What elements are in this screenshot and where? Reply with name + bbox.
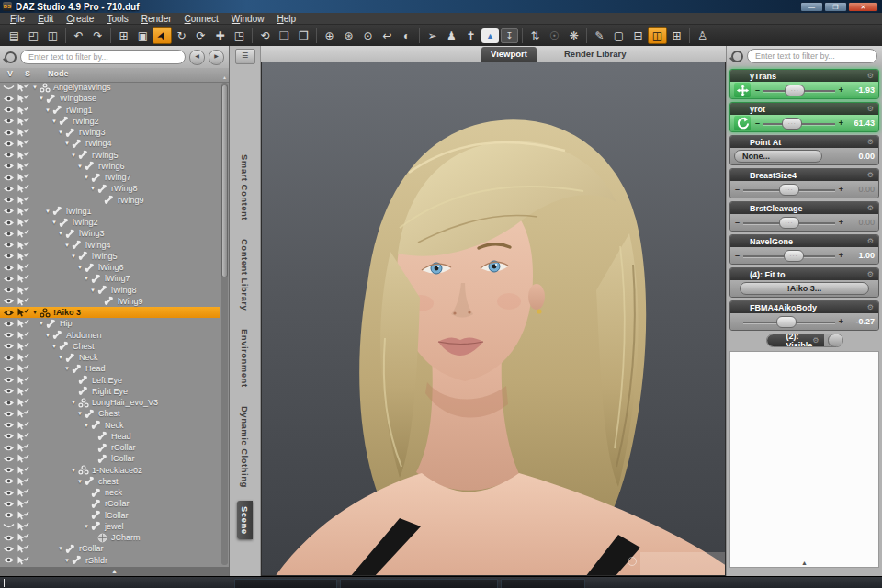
visibility-eye-icon[interactable] (0, 556, 17, 564)
taskbar-button[interactable] (340, 579, 498, 588)
visibility-eye-icon[interactable] (0, 151, 17, 159)
camera-add-icon[interactable]: ⊕ (320, 27, 339, 44)
tree-row[interactable]: ▼AngelynaWings (0, 82, 220, 93)
tree-row[interactable]: ▼lWing4 (0, 240, 220, 251)
camera-settings-icon[interactable]: ⊛ (339, 27, 358, 44)
expand-arrow[interactable]: ▼ (77, 479, 85, 484)
expand-arrow[interactable]: ▼ (77, 411, 85, 416)
visibility-eye-icon[interactable] (0, 489, 17, 497)
selectability-icon[interactable] (17, 229, 32, 238)
pane-split-v-icon[interactable]: ◫ (648, 27, 667, 44)
visibility-eye-icon[interactable] (0, 365, 17, 373)
expand-arrow[interactable]: ▼ (90, 186, 97, 191)
tree-row[interactable]: Head (0, 431, 220, 442)
scale-tool-icon[interactable]: ◳ (230, 27, 249, 44)
expand-arrow[interactable]: ▼ (77, 265, 85, 270)
pane-single-icon[interactable]: ▢ (609, 27, 628, 44)
tree-row[interactable]: lWing9 (0, 296, 220, 307)
tree-row[interactable]: ▼lWing5 (0, 251, 220, 262)
slider-thumb[interactable]: ··· (776, 316, 797, 328)
scroll-up-icon[interactable]: ▲ (221, 74, 228, 80)
visibility-eye-icon[interactable] (0, 500, 17, 508)
tree-row[interactable]: ▼rWing7 (0, 172, 220, 183)
selectability-icon[interactable] (17, 398, 32, 407)
expand-arrow[interactable]: ▼ (84, 423, 91, 428)
selectability-icon[interactable] (17, 488, 32, 497)
save-icon[interactable]: ◫ (43, 27, 62, 44)
param-value[interactable]: 61.43 (847, 119, 875, 128)
undo-icon[interactable]: ↶ (69, 27, 88, 44)
visibility-eye-icon[interactable] (0, 241, 17, 249)
tree-row[interactable]: ▼rWing2 (0, 116, 220, 127)
param-card-header[interactable]: FBMA4AikoBody⚙ (730, 301, 878, 313)
selectability-icon[interactable] (17, 454, 32, 463)
tab-environment[interactable]: Environment (237, 323, 253, 393)
tree-row[interactable]: Right Eye (0, 386, 220, 397)
taskbar-button[interactable] (501, 579, 585, 588)
visibility-eye-icon[interactable] (0, 320, 17, 328)
tab-content-library[interactable]: Content Library (237, 233, 253, 316)
visibility-eye-icon[interactable] (0, 309, 17, 317)
slider-track[interactable]: ··· (743, 250, 835, 262)
selectability-icon[interactable] (17, 544, 32, 553)
tree-row[interactable]: ▼rWing5 (0, 150, 220, 161)
point-at-none-button[interactable]: None... (734, 150, 822, 163)
selectability-icon[interactable] (17, 308, 32, 317)
filter-forward-button[interactable]: ▶ (209, 50, 224, 65)
tab-render-library[interactable]: Render Library (555, 47, 636, 62)
tree-row[interactable]: ▼lWing7 (0, 273, 220, 284)
taskbar-button[interactable] (234, 579, 337, 588)
tree-row[interactable]: ▼Abdomen (0, 330, 220, 341)
gear-icon[interactable]: ⚙ (867, 138, 874, 146)
selectability-icon[interactable] (17, 477, 32, 486)
visibility-eye-icon[interactable] (0, 376, 17, 384)
rotate-tool-icon[interactable]: ↻ (172, 27, 191, 44)
selectability-icon[interactable] (17, 421, 32, 430)
gear-icon[interactable]: ⚙ (867, 237, 874, 245)
selectability-icon[interactable] (17, 117, 32, 126)
selectability-icon[interactable] (17, 364, 32, 373)
nudge-minus-button[interactable]: – (734, 251, 741, 260)
visibility-eye-icon[interactable] (0, 207, 17, 215)
selectability-icon[interactable] (17, 83, 32, 92)
slider-thumb[interactable]: ··· (779, 184, 799, 196)
expand-arrow[interactable]: ▼ (51, 344, 59, 349)
expand-arrow[interactable]: ▼ (58, 546, 65, 551)
joint-editor-icon[interactable]: ✝ (461, 27, 481, 44)
visibility-eye-icon[interactable] (0, 117, 17, 125)
selectability-icon[interactable] (17, 387, 32, 396)
expand-arrow[interactable]: ▼ (45, 107, 52, 113)
param-card-header[interactable]: (4): Fit to⚙ (730, 268, 878, 280)
visibility-eye-icon[interactable] (0, 275, 17, 283)
slider-thumb[interactable]: ··· (782, 118, 802, 130)
slider-track[interactable]: ··· (763, 118, 835, 130)
expand-arrow[interactable]: ▼ (84, 276, 91, 281)
tree-row[interactable]: ▼Head (0, 363, 220, 374)
expand-arrow[interactable]: ▼ (58, 231, 65, 236)
taskbar[interactable] (0, 576, 882, 588)
slider-track[interactable]: ··· (743, 316, 835, 328)
visibility-eye-icon[interactable] (0, 162, 17, 170)
param-card-header[interactable]: (2): Visible⚙ (767, 334, 824, 346)
new-file-icon[interactable]: ▤ (5, 27, 24, 44)
visibility-eye-icon[interactable] (0, 196, 17, 204)
expand-arrow[interactable]: ▼ (45, 209, 52, 214)
visibility-eye-icon[interactable] (0, 545, 17, 553)
orbit-tool-icon[interactable]: ⟳ (191, 27, 210, 44)
tree-row[interactable]: rCollar (0, 442, 220, 453)
clipboard-delete-icon[interactable]: ⇅ (526, 27, 545, 44)
tree-row[interactable]: ▼rWing4 (0, 138, 220, 149)
nudge-minus-button[interactable]: – (754, 85, 761, 95)
param-value[interactable]: 0.00 (847, 218, 875, 227)
nudge-plus-button[interactable]: + (838, 185, 844, 194)
snapshot-icon[interactable]: ⊙ (358, 27, 378, 44)
visibility-eye-icon[interactable] (0, 219, 17, 227)
expand-arrow[interactable]: ▼ (58, 355, 65, 360)
selectability-icon[interactable] (17, 184, 32, 193)
visibility-eye-icon[interactable] (0, 129, 17, 137)
param-value[interactable]: -1.93 (847, 85, 875, 95)
selectability-icon[interactable] (17, 499, 32, 508)
visibility-eye-icon[interactable] (0, 522, 17, 530)
selectability-icon[interactable] (17, 162, 32, 171)
minimize-button[interactable]: — (800, 2, 823, 12)
